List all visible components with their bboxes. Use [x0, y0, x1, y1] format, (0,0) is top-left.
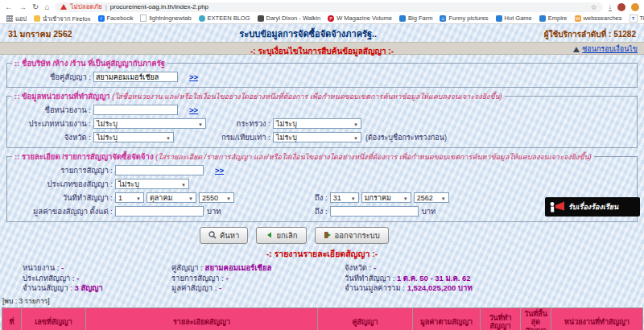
reload-icon[interactable]: ↻: [32, 3, 39, 11]
summary-agency-label: หน่วยงาน :: [23, 263, 59, 272]
bookmark-funny-pictures[interactable]: Funny pictures: [440, 14, 488, 22]
browser-menu-icon[interactable]: [631, 3, 639, 11]
undo-icon: [265, 231, 273, 239]
summary-contract-type-value: -: [76, 274, 79, 283]
summary-contract-type-label: ประเภทสัญญา :: [23, 274, 75, 283]
page-url: procurement-oag.in.th/index-2.php: [110, 3, 208, 10]
bookmark-w-magazine[interactable]: W Magazine Volume: [328, 14, 392, 22]
province-label: จังหวัด :: [12, 131, 91, 143]
download-icon[interactable]: ↓: [609, 3, 613, 11]
bookmark-lightningnewtab[interactable]: lightningnewtab: [140, 14, 191, 22]
bookmark-big-farm[interactable]: Big Farm: [399, 14, 432, 22]
browser-toolbar: ← → ↻ ⌂ ไม่ปลอดภัย | procurement-oag.in.…: [0, 0, 644, 13]
contract-more-link[interactable]: >>: [215, 166, 224, 175]
visitor-counter: ผู้ใช้บริการลำดับที่ : 51282: [544, 28, 636, 40]
chevron-down-icon: [181, 180, 186, 188]
summary-count-label: จำนวนสัญญา :: [23, 283, 72, 292]
not-secure-warning-icon: [60, 4, 67, 10]
w-badge-icon: [575, 15, 581, 22]
party-name-section: :: ชื่อบริษัท /ห้าง /ร้าน ที่เป็นคู่สัญญ…: [6, 57, 638, 88]
contract-item-label: รายการสัญญา :: [12, 164, 113, 176]
bookmark-facebook[interactable]: Facebook: [98, 14, 134, 22]
date-from-day-select[interactable]: 1: [115, 192, 144, 203]
chevron-down-icon: [198, 120, 203, 128]
col-header-end-date: วันที่สิ้นสุดสัญญา: [521, 307, 551, 330]
bookmark-daryl-dixon[interactable]: Daryl Dixon - Walkin: [258, 14, 321, 22]
value-to-label: ถึง :: [315, 205, 328, 217]
cancel-button[interactable]: ยกเลิก: [256, 227, 306, 244]
department-select[interactable]: ไม่ระบุ: [273, 132, 361, 142]
value-from-input[interactable]: [115, 206, 204, 217]
current-date: 31 มกราคม 2562: [8, 27, 72, 41]
agency-name-label: ชื่อหน่วยงาน :: [12, 104, 91, 116]
contract-item-input[interactable]: [115, 165, 204, 175]
department-label: กรม/เทียบเท่า :: [174, 131, 270, 143]
bookmark-empire[interactable]: Empire: [539, 14, 568, 22]
complaint-banner[interactable]: รับเรื่องร้องเรียน: [545, 197, 640, 217]
party-name-input[interactable]: [93, 72, 178, 82]
hide-condition-link[interactable]: ซ่อนกรอบเงื่อนไข: [573, 43, 638, 55]
party-section-legend: :: ชื่อบริษัท /ห้าง /ร้าน ที่เป็นคู่สัญญ…: [14, 59, 165, 68]
date-to-label: ถึง :: [315, 192, 328, 204]
summary-party-label: คู่สัญญา :: [171, 263, 203, 272]
chevron-down-icon: [353, 134, 358, 142]
chevron-down-icon: [403, 194, 408, 202]
chevron-down-icon: [441, 194, 446, 202]
summary-item-value: -: [225, 274, 228, 283]
bookmark-firefox-import[interactable]: นำเข้าจาก Firefox: [34, 14, 90, 23]
party-more-link[interactable]: >>: [189, 72, 198, 81]
summary-column-2: คู่สัญญา : สยามคอมเมอร์เชียล รายการสัญญา…: [171, 263, 345, 294]
agency-type-select[interactable]: ไม่ระบุ: [93, 118, 206, 129]
contract-date-label: วันที่ทำสัญญา :: [12, 192, 113, 204]
condition-bar-title: -: ระบุเงื่อนไขในการสืบค้นข้อมูลสัญญา :-: [250, 47, 394, 56]
summary-date-value: 1 ต.ค. 50 - 31 ม.ค. 62: [397, 274, 471, 283]
col-header-contract-no: เลขที่สัญญา: [22, 307, 86, 330]
date-to-month-select[interactable]: มกราคม: [361, 192, 411, 203]
agency-more-link[interactable]: >>: [189, 105, 198, 114]
value-to-input[interactable]: [330, 206, 419, 217]
summary-column-1: หน่วยงาน : - ประเภทสัญญา : - จำนวนสัญญา …: [23, 263, 171, 294]
summary-party-value: สยามคอมเมอร์เชียล: [205, 263, 272, 272]
ministry-select[interactable]: ไม่ระบุ: [273, 118, 361, 129]
bookmark-webssearches[interactable]: webssearches: [575, 14, 622, 22]
chevron-down-icon: [188, 194, 193, 202]
bookmark-star-icon[interactable]: ☆: [590, 3, 597, 11]
agency-name-input[interactable]: [93, 105, 178, 115]
profile-avatar[interactable]: [617, 3, 625, 11]
bookmark-hot-game[interactable]: Hot Game: [496, 14, 532, 22]
t-badge-icon: [630, 14, 638, 23]
bookmark-tirkx[interactable]: Tirkx - Direct Anime: [630, 14, 644, 23]
table-header-row: ที่ เลขที่สัญญา รายละเอียดสัญญา คู่สัญญา…: [2, 307, 643, 330]
contract-type-select[interactable]: ไม่ระบุ: [115, 179, 189, 189]
party-name-label: ชื่อคู่สัญญา :: [12, 71, 91, 83]
home-icon[interactable]: ⌂: [44, 3, 49, 11]
back-icon[interactable]: ←: [5, 3, 13, 11]
date-from-year-select[interactable]: 2550: [199, 192, 234, 203]
site-icon: [258, 15, 264, 22]
col-header-description: รายละเอียดสัญญา: [86, 307, 318, 330]
bookmark-exteen-blog[interactable]: EXTEEN BLOG: [199, 14, 250, 22]
chevron-down-icon: [353, 120, 358, 128]
date-to-day-select[interactable]: 31: [330, 192, 359, 203]
security-label: ไม่ปลอดภัย: [70, 2, 101, 12]
col-header-value: มูลค่าตามสัญญา: [413, 307, 481, 330]
summary-value-label: มูลค่าสัญญา :: [171, 283, 217, 292]
megaphone-icon: [548, 200, 566, 213]
ministry-label: กระทรวง :: [206, 118, 270, 130]
site-icon: [539, 15, 546, 22]
page-icon: [140, 14, 147, 22]
p-badge-icon: [328, 15, 334, 22]
date-from-month-select[interactable]: ตุลาคม: [147, 192, 196, 203]
facebook-icon: [98, 15, 105, 22]
date-to-year-select[interactable]: 2562: [414, 192, 449, 203]
bookmark-apps[interactable]: แอป: [6, 14, 27, 23]
province-select[interactable]: ไม่ระบุ: [93, 132, 174, 142]
page-header: 31 มกราคม 2562 ระบบข้อมูลการจัดซื้อจัดจ้…: [0, 24, 644, 42]
address-bar[interactable]: ไม่ปลอดภัย | procurement-oag.in.th/index…: [55, 2, 602, 12]
col-header-agency: หน่วยงานที่ทำสัญญา: [551, 307, 643, 330]
search-button[interactable]: ค้นหา: [200, 227, 248, 244]
search-condition-bar: -: ระบุเงื่อนไขในการสืบค้นข้อมูลสัญญา :-…: [0, 42, 644, 55]
forward-icon[interactable]: →: [19, 3, 27, 11]
summary-value-value: -: [219, 283, 221, 292]
logout-button[interactable]: ออกจากระบบ: [315, 227, 389, 244]
